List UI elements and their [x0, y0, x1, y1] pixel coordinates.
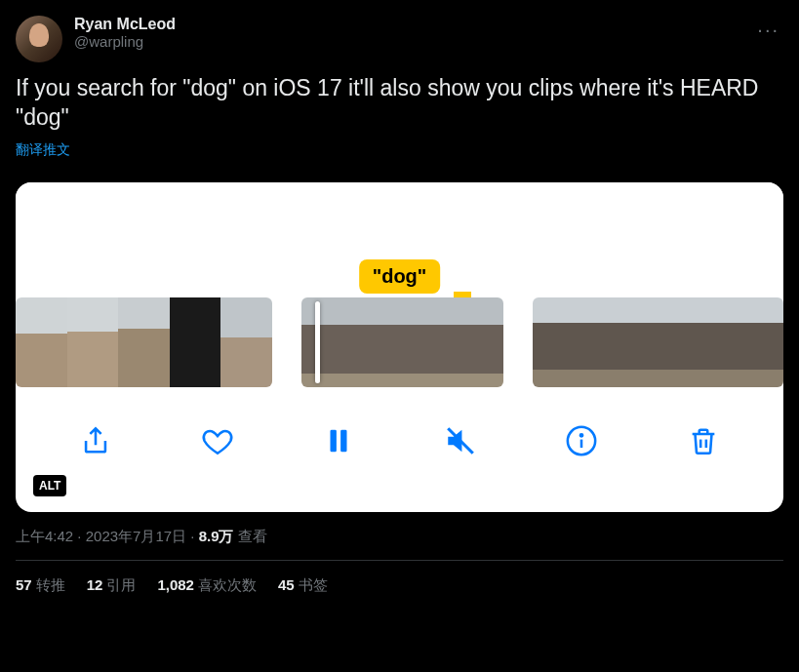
pause-icon[interactable] [322, 424, 355, 457]
timeline-marker [454, 292, 471, 297]
quotes-stat[interactable]: 12引用 [87, 576, 137, 595]
quotes-label: 引用 [106, 576, 136, 593]
tweet-date[interactable]: 2023年7月17日 [86, 528, 186, 544]
user-info[interactable]: Ryan McLeod @warpling [74, 16, 741, 50]
bookmarks-count: 45 [278, 576, 295, 593]
video-frame [533, 297, 582, 387]
retweets-label: 转推 [36, 576, 65, 593]
playhead-indicator[interactable] [315, 301, 320, 383]
search-term-label: "dog" [359, 259, 441, 294]
tweet-container: Ryan McLeod @warpling ··· If you search … [0, 0, 799, 611]
trash-icon[interactable] [687, 424, 720, 457]
tweet-time[interactable]: 上午4:42 [16, 528, 73, 544]
video-frame [583, 297, 633, 387]
share-icon[interactable] [79, 424, 112, 457]
bookmarks-label: 书签 [299, 576, 328, 593]
tweet-text: If you search for "dog" on iOS 17 it'll … [16, 74, 783, 133]
video-filmstrip[interactable] [16, 297, 783, 387]
media-toolbar [16, 387, 783, 494]
video-frame [683, 297, 733, 387]
video-frame [633, 297, 683, 387]
media-attachment[interactable]: "dog" [16, 182, 783, 512]
video-frame [734, 297, 783, 387]
alt-badge[interactable]: ALT [33, 475, 66, 496]
heart-icon[interactable] [201, 424, 234, 457]
likes-count: 1,082 [157, 576, 194, 593]
tweet-meta: 上午4:42 · 2023年7月17日 · 8.9万 查看 [16, 528, 783, 561]
video-frame [436, 297, 503, 387]
video-frame [16, 297, 67, 387]
likes-stat[interactable]: 1,082喜欢次数 [157, 576, 257, 595]
translate-link[interactable]: 翻译推文 [16, 141, 70, 159]
quotes-count: 12 [87, 576, 103, 593]
display-name: Ryan McLeod [74, 16, 741, 33]
more-button[interactable]: ··· [753, 16, 783, 43]
likes-label: 喜欢次数 [198, 576, 257, 593]
svg-rect-0 [331, 429, 337, 452]
info-icon[interactable] [565, 424, 598, 457]
bookmarks-stat[interactable]: 45书签 [278, 576, 328, 595]
mute-icon[interactable] [444, 424, 477, 457]
clip-group[interactable] [16, 297, 272, 387]
video-frame [67, 297, 119, 387]
video-frame [220, 297, 272, 387]
svg-point-4 [580, 434, 582, 436]
video-frame [301, 297, 369, 387]
retweets-stat[interactable]: 57转推 [16, 576, 65, 595]
video-frame [118, 297, 170, 387]
tweet-stats: 57转推 12引用 1,082喜欢次数 45书签 [16, 561, 783, 611]
video-frame [369, 297, 436, 387]
clip-group[interactable] [301, 297, 503, 387]
avatar[interactable] [16, 16, 62, 62]
views-count: 8.9万 [199, 528, 234, 544]
retweets-count: 57 [16, 576, 32, 593]
clip-group[interactable] [533, 297, 783, 387]
user-handle: @warpling [74, 33, 741, 50]
tweet-header: Ryan McLeod @warpling ··· [16, 16, 783, 62]
svg-rect-1 [340, 429, 346, 452]
video-frame [170, 297, 221, 387]
media-top-area: "dog" [16, 182, 783, 297]
views-label: 查看 [238, 528, 267, 544]
